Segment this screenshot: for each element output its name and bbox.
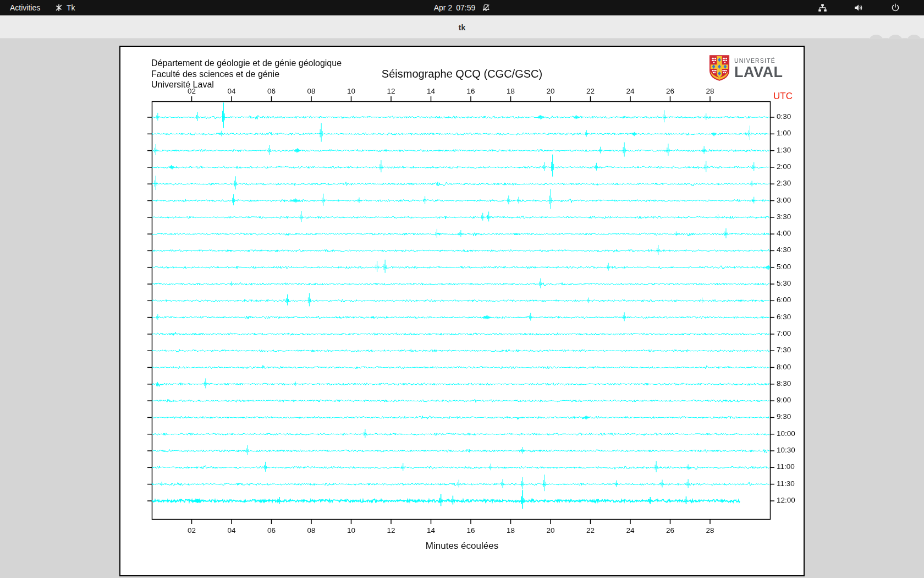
x-tick-label-bottom: 18 xyxy=(507,526,515,535)
app-menu-label: Tk xyxy=(67,3,75,12)
row-time-label: 0:30 xyxy=(777,112,791,121)
row-time-label: 11:30 xyxy=(777,479,795,488)
x-tick-label-top: 28 xyxy=(706,87,714,95)
x-tick-label-bottom: 02 xyxy=(188,526,196,535)
row-time-label: 4:30 xyxy=(777,246,791,254)
x-tick-label-bottom: 20 xyxy=(546,526,554,535)
x-tick-label-top: 08 xyxy=(307,87,315,95)
utc-label: UTC xyxy=(773,91,793,102)
row-time-label: 3:30 xyxy=(777,212,791,221)
row-time-label: 2:00 xyxy=(777,162,791,171)
network-wired-icon xyxy=(818,3,827,13)
laval-shield-icon xyxy=(709,54,730,83)
row-time-label: 11:00 xyxy=(777,462,795,471)
seismogram-canvas xyxy=(120,47,804,575)
activities-label: Activities xyxy=(10,3,40,12)
x-tick-label-top: 18 xyxy=(507,87,515,95)
x-tick-label-top: 16 xyxy=(466,87,475,95)
x-tick-label-top: 24 xyxy=(626,87,634,95)
window-title-bar[interactable]: tk xyxy=(0,15,924,39)
power-button[interactable] xyxy=(891,0,900,15)
notifications-disabled-icon xyxy=(481,3,490,12)
x-tick-label-top: 20 xyxy=(546,87,554,95)
row-time-label: 9:00 xyxy=(777,396,791,404)
gnome-top-bar: Activities Tk Apr 2 07:59 xyxy=(0,0,924,15)
row-time-label: 3:00 xyxy=(777,196,791,204)
x-tick-label-bottom: 08 xyxy=(307,526,315,535)
x-tick-label-top: 06 xyxy=(267,87,276,95)
x-axis-title: Minutes écoulées xyxy=(120,541,804,552)
x-tick-label-top: 26 xyxy=(666,87,674,95)
row-time-label: 10:00 xyxy=(777,429,795,438)
x-tick-label-bottom: 16 xyxy=(466,526,475,535)
row-time-label: 5:30 xyxy=(777,279,791,287)
x-tick-label-bottom: 24 xyxy=(626,526,634,535)
laval-wordmark-bottom: LAVAL xyxy=(734,65,783,80)
x-tick-label-bottom: 12 xyxy=(387,526,395,535)
universite-laval-logo: UNIVERSITÉ LAVAL xyxy=(709,54,783,83)
x-tick-label-top: 14 xyxy=(427,87,435,95)
row-time-label: 5:00 xyxy=(777,263,791,271)
clock-button[interactable]: Apr 2 07:59 xyxy=(434,0,491,15)
window-title: tk xyxy=(0,15,924,39)
x-tick-label-bottom: 10 xyxy=(347,526,355,535)
row-time-label: 8:00 xyxy=(777,363,791,371)
tk-icon xyxy=(55,4,63,12)
row-time-label: 10:30 xyxy=(777,446,795,454)
x-tick-label-bottom: 04 xyxy=(227,526,235,535)
power-icon xyxy=(891,3,900,12)
row-time-label: 4:00 xyxy=(777,229,791,237)
institution-line-1: Département de géologie et de génie géol… xyxy=(151,58,342,69)
row-time-label: 7:30 xyxy=(777,346,791,354)
row-time-label: 12:00 xyxy=(777,496,795,504)
activities-button[interactable]: Activities xyxy=(10,0,40,15)
volume-button[interactable] xyxy=(854,0,864,15)
speaker-icon xyxy=(854,3,864,12)
x-tick-label-bottom: 22 xyxy=(586,526,595,535)
x-tick-label-bottom: 06 xyxy=(267,526,276,535)
row-time-label: 9:30 xyxy=(777,412,791,421)
network-status-button[interactable] xyxy=(818,0,827,15)
x-tick-label-top: 04 xyxy=(227,87,235,95)
x-tick-label-top: 02 xyxy=(188,87,196,95)
row-time-label: 7:00 xyxy=(777,329,791,337)
row-time-label: 8:30 xyxy=(777,379,791,388)
x-tick-label-top: 12 xyxy=(387,87,395,95)
screen: Activities Tk Apr 2 07:59 xyxy=(0,0,924,578)
x-tick-label-bottom: 14 xyxy=(427,526,435,535)
seismo-panel: Département de géologie et de génie géol… xyxy=(119,46,805,576)
x-tick-label-bottom: 28 xyxy=(706,526,714,535)
row-time-label: 6:00 xyxy=(777,296,791,304)
row-time-label: 6:30 xyxy=(777,313,791,321)
window-content: Département de géologie et de génie géol… xyxy=(0,39,924,578)
x-tick-label-top: 10 xyxy=(347,87,355,95)
row-time-label: 2:30 xyxy=(777,179,791,187)
laval-wordmark: UNIVERSITÉ LAVAL xyxy=(734,58,783,80)
x-tick-label-bottom: 26 xyxy=(666,526,674,535)
x-tick-label-top: 22 xyxy=(586,87,595,95)
row-time-label: 1:00 xyxy=(777,129,791,137)
plot-title: Séismographe QCQ (CGC/GSC) xyxy=(120,68,804,80)
clock-date: Apr 2 xyxy=(434,3,452,12)
laval-wordmark-top: UNIVERSITÉ xyxy=(734,58,783,64)
clock-time: 07:59 xyxy=(456,3,475,12)
row-time-label: 1:30 xyxy=(777,146,791,154)
app-menu-button[interactable]: Tk xyxy=(55,0,75,15)
